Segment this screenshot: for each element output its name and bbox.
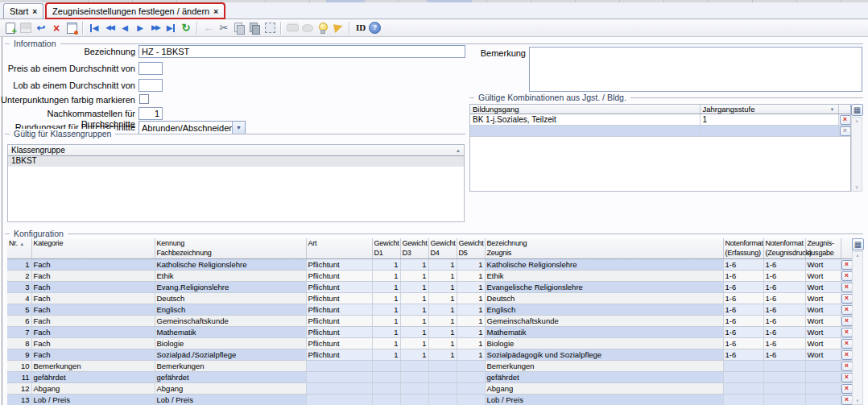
delete-row-button[interactable] bbox=[841, 373, 853, 382]
column-header-bezeichnung-zeugnis[interactable]: BezeichnungZeugnis bbox=[485, 238, 723, 259]
table-row[interactable]: 4 Fach Deutsch Pflichtunt 1 1 1 1 Deutsc… bbox=[7, 293, 852, 304]
scroll-down-icon[interactable]: ▼ bbox=[853, 399, 862, 403]
main-panel: Information Bezeichnung Preis ab einem D… bbox=[0, 37, 868, 405]
lob-input[interactable] bbox=[138, 79, 163, 92]
first-record-icon[interactable]: ◀ bbox=[87, 21, 101, 35]
scroll-down-icon[interactable]: ▼ bbox=[852, 185, 862, 190]
cut-icon[interactable]: ✂ bbox=[217, 21, 231, 35]
duplicate-icon[interactable] bbox=[247, 21, 262, 35]
column-header-bildungsgang[interactable]: Bildungsgang bbox=[470, 105, 700, 114]
rundungsart-select[interactable]: Abrunden/Abschneiden ▼ bbox=[138, 121, 246, 134]
help-icon[interactable]: ? bbox=[369, 22, 381, 34]
column-header-notenformat-erfassung[interactable]: Notenformat(Erfassung) bbox=[723, 238, 763, 259]
kombination-row[interactable]: BK 1-j.Soziales, Teilzeit 1 bbox=[470, 114, 851, 126]
bezeichnung-label: Bezeichnung bbox=[0, 47, 135, 57]
filter-icon[interactable] bbox=[331, 21, 345, 35]
hint-icon[interactable] bbox=[316, 21, 330, 35]
column-header-art[interactable]: Art bbox=[306, 238, 372, 259]
toolbar: ↩ × ◀ ◀◀ ◀ ▶ ▶▶ ▶ ↻ ← ✂ bbox=[0, 19, 868, 37]
delete-row-button[interactable] bbox=[841, 395, 853, 405]
delete-row-button[interactable] bbox=[840, 126, 851, 136]
back-icon[interactable]: ← bbox=[201, 21, 216, 35]
delete-row-button[interactable] bbox=[841, 260, 853, 270]
delete-row-button[interactable] bbox=[841, 271, 853, 281]
table-row[interactable]: 2 Fach Ethik Pflichtunt 1 1 1 1 Ethik 1-… bbox=[7, 271, 852, 282]
save-icon[interactable] bbox=[19, 21, 33, 35]
preis-label: Preis ab einem Durchschnitt von bbox=[0, 64, 135, 74]
scroll-up-icon[interactable]: ▲ bbox=[852, 118, 862, 123]
delete-row-button[interactable] bbox=[840, 115, 851, 125]
table-row[interactable]: 8 Fach Biologie Pflichtunt 1 1 1 1 Biolo… bbox=[7, 338, 852, 349]
fast-next-icon[interactable]: ▶▶ bbox=[148, 21, 163, 35]
table-row[interactable]: 5 Fach Englisch Pflichtunt 1 1 1 1 Engli… bbox=[7, 304, 852, 316]
table-row[interactable]: 13 Lob / Preis Lob / Preis Lob / Preis bbox=[7, 395, 852, 405]
chevron-down-icon[interactable]: ▼ bbox=[232, 122, 245, 134]
print-icon[interactable] bbox=[285, 21, 300, 35]
bezeichnung-input[interactable] bbox=[138, 45, 465, 58]
fast-prior-icon[interactable]: ◀◀ bbox=[102, 21, 117, 35]
column-header-zeugnisausgabe[interactable]: Zeugnis-ausgabe bbox=[805, 238, 841, 259]
grid-settings-button[interactable]: ▦ bbox=[852, 238, 864, 250]
bemerkung-textarea[interactable] bbox=[529, 47, 862, 92]
table-row[interactable]: 3 Fach Evang.Religionslehre Pflichtunt 1… bbox=[7, 282, 852, 293]
delete-row-button[interactable] bbox=[841, 316, 853, 326]
delete-row-button[interactable] bbox=[841, 328, 853, 337]
delete-record-icon[interactable]: × bbox=[49, 21, 64, 35]
delete-row-button[interactable] bbox=[841, 350, 853, 360]
delete-row-button[interactable] bbox=[841, 339, 853, 349]
column-header-klassengruppe[interactable]: Klassengruppe ▲ bbox=[8, 145, 464, 156]
delete-row-button[interactable] bbox=[841, 305, 853, 315]
table-row[interactable]: 1 Fach Katholische Religionslehre Pflich… bbox=[7, 259, 852, 271]
sort-asc-icon[interactable]: ▲ bbox=[456, 148, 461, 153]
table-row[interactable]: 9 Fach Sozialpäd./Sozialpflege Pflichtun… bbox=[7, 349, 852, 361]
konfiguration-scrollbar[interactable]: ▲ ▼ bbox=[852, 251, 863, 405]
table-row[interactable]: 10 Bemerkungen Bemerkungen Bemerkungen bbox=[7, 361, 852, 372]
kombinationen-scrollbar[interactable]: ▲ ▼ bbox=[851, 117, 862, 192]
column-header-kategorie[interactable]: Kategorie bbox=[31, 238, 155, 259]
scroll-up-icon[interactable]: ▲ bbox=[853, 253, 862, 258]
close-icon[interactable]: × bbox=[32, 7, 37, 16]
column-header-gewicht-d4[interactable]: GewichtD4 bbox=[428, 238, 457, 259]
new-record-icon[interactable] bbox=[3, 21, 18, 35]
next-record-icon[interactable]: ▶ bbox=[133, 21, 147, 35]
separator bbox=[196, 22, 198, 35]
edit-form-icon[interactable] bbox=[64, 21, 79, 35]
tab-zeugniseinstellungen[interactable]: Zeugniseinstellungen festlegen / ändern … bbox=[46, 3, 225, 19]
delete-row-button[interactable] bbox=[841, 294, 853, 304]
preis-input[interactable] bbox=[138, 62, 163, 75]
close-icon[interactable]: × bbox=[213, 7, 218, 16]
unterpunktungen-checkbox[interactable] bbox=[139, 94, 149, 104]
column-header-gewicht-d5[interactable]: GewichtD5 bbox=[457, 238, 485, 259]
preview-icon[interactable] bbox=[300, 21, 315, 35]
column-header-gewicht-d3[interactable]: GewichtD3 bbox=[400, 238, 428, 259]
refresh-icon[interactable]: ↻ bbox=[179, 21, 193, 35]
id-button[interactable]: ID bbox=[353, 21, 368, 35]
table-row[interactable]: 6 Fach Gemeinschaftskunde Pflichtunt 1 1… bbox=[7, 316, 852, 327]
kombination-row[interactable] bbox=[470, 126, 851, 137]
column-dropdown-icon[interactable]: ▼ bbox=[830, 107, 835, 112]
select-region-icon[interactable] bbox=[262, 21, 277, 35]
table-row[interactable]: 7 Fach Mathematik Pflichtunt 1 1 1 1 Mat… bbox=[7, 327, 852, 338]
tab-start[interactable]: Start × bbox=[3, 3, 43, 19]
separator bbox=[349, 22, 350, 35]
delete-row-button[interactable] bbox=[841, 384, 853, 394]
column-header-nr[interactable]: Nr. ▲ bbox=[7, 238, 31, 259]
last-record-icon[interactable]: ▶ bbox=[163, 21, 178, 35]
column-header-notenformat-zeugnisdruck[interactable]: Notenformat(Zeugnisdruck) bbox=[763, 238, 805, 259]
delete-row-button[interactable] bbox=[841, 362, 853, 371]
column-header-gewicht-d1[interactable]: GewichtD1 bbox=[372, 238, 400, 259]
separator bbox=[280, 22, 282, 35]
kombinationen-group: Gültige Kombinationen aus Jgst. / Bldg. bbox=[469, 97, 863, 98]
column-header-kennung[interactable]: KennungFachbezeichnung bbox=[155, 238, 306, 259]
prior-record-icon[interactable]: ◀ bbox=[118, 21, 132, 35]
grid-settings-button[interactable]: ▦ bbox=[851, 104, 863, 116]
table-row[interactable]: 11 gefährdet gefährdet gefährdet bbox=[7, 372, 852, 383]
column-header-jahrgangsstufe[interactable]: Jahrgangsstufe ▼ bbox=[700, 105, 838, 114]
table-row[interactable]: 12 Abgang Abgang Abgang bbox=[7, 383, 852, 395]
bemerkung-label: Bemerkung bbox=[459, 48, 526, 59]
nachkommastellen-input[interactable] bbox=[138, 107, 163, 120]
undo-icon[interactable]: ↩ bbox=[34, 21, 48, 35]
klassengruppe-row[interactable]: 1BKST bbox=[8, 156, 464, 167]
delete-row-button[interactable] bbox=[841, 283, 853, 292]
copy-icon[interactable] bbox=[232, 21, 246, 35]
